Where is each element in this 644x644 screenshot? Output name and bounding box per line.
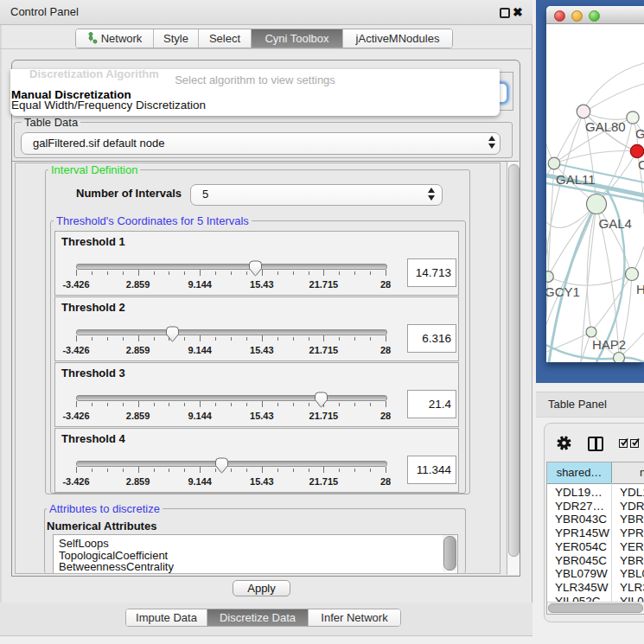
svg-text:GCY1: GCY1 [546, 284, 580, 299]
svg-text:GAL4: GAL4 [599, 216, 632, 231]
svg-text:H: H [636, 282, 644, 296]
svg-text:GAL11: GAL11 [556, 172, 596, 187]
svg-text:GA: GA [635, 126, 644, 141]
svg-text:C: C [638, 157, 644, 172]
svg-text:GAL80: GAL80 [585, 119, 626, 134]
svg-text:HAP2: HAP2 [592, 337, 626, 352]
